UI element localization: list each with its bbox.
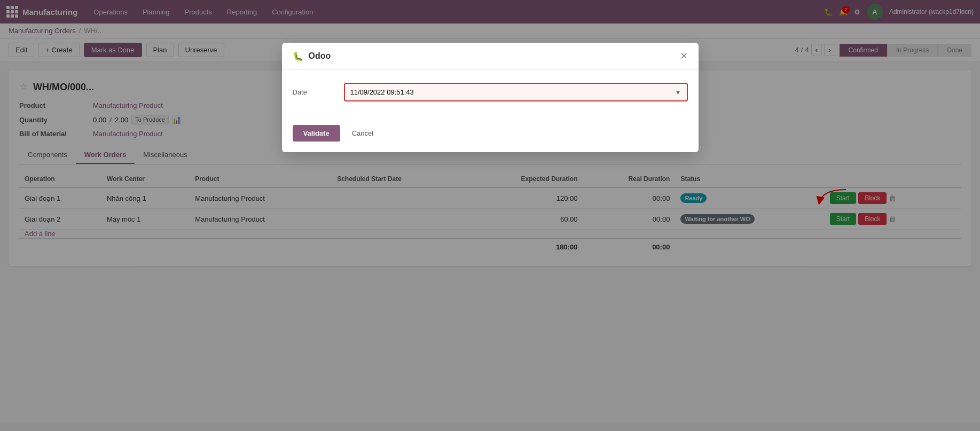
- modal-overlay[interactable]: 🐛 Odoo ✕ Date ▼ Validate Cancel: [0, 0, 980, 424]
- validate-button[interactable]: Validate: [293, 125, 340, 142]
- cancel-modal-button[interactable]: Cancel: [346, 125, 380, 142]
- modal-body: Date ▼: [282, 70, 699, 125]
- modal-close-button[interactable]: ✕: [680, 50, 688, 62]
- modal-header: 🐛 Odoo ✕: [282, 43, 699, 70]
- date-form-row: Date ▼: [293, 83, 688, 101]
- date-label: Date: [293, 88, 335, 96]
- date-input-wrapper: ▼: [344, 83, 688, 101]
- date-input[interactable]: [345, 84, 670, 100]
- modal-bug-icon: 🐛: [293, 51, 303, 61]
- date-dropdown-arrow[interactable]: ▼: [670, 89, 687, 96]
- odoo-modal: 🐛 Odoo ✕ Date ▼ Validate Cancel: [282, 43, 699, 152]
- modal-footer: Validate Cancel: [282, 125, 699, 152]
- modal-title: Odoo: [309, 51, 331, 61]
